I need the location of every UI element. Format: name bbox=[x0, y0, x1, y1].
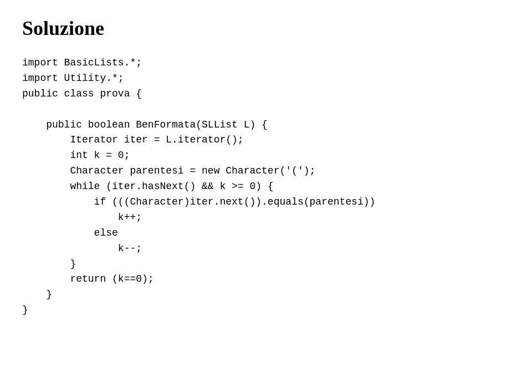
code-block: import BasicLists.*; import Utility.*; p… bbox=[22, 55, 510, 318]
page-title: Soluzione bbox=[22, 17, 510, 40]
